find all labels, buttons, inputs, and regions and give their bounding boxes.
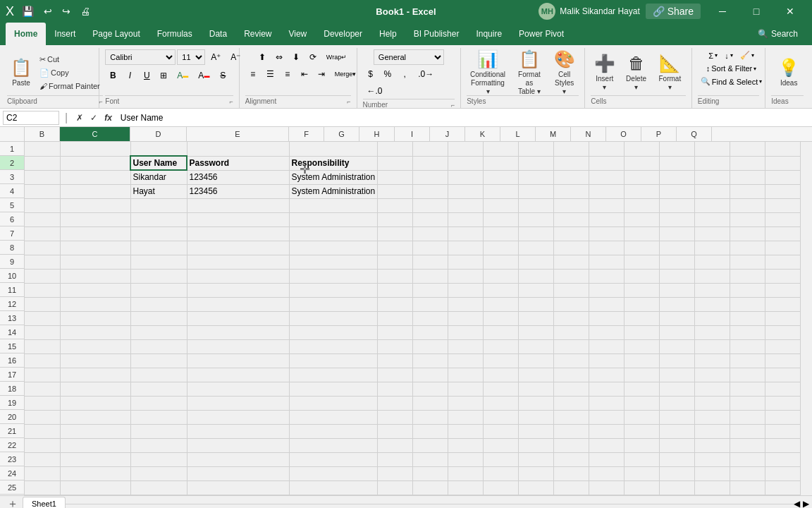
tab-data[interactable]: Data xyxy=(201,23,235,45)
table-row[interactable] xyxy=(765,325,801,339)
table-row[interactable] xyxy=(448,480,484,495)
table-row[interactable] xyxy=(695,212,730,226)
sort-filter-button[interactable]: ↕ Sort & Filter ▾ xyxy=(703,63,760,74)
table-row[interactable] xyxy=(589,382,625,396)
table-row[interactable] xyxy=(589,396,625,410)
table-row[interactable] xyxy=(695,396,730,410)
table-row[interactable] xyxy=(25,241,60,255)
table-row[interactable] xyxy=(765,156,801,170)
table-row[interactable] xyxy=(187,452,289,466)
table-row[interactable] xyxy=(187,142,289,156)
format-painter-button[interactable]: 🖌 Format Painter xyxy=(37,80,103,92)
table-row[interactable] xyxy=(554,438,589,452)
table-row[interactable] xyxy=(484,156,519,170)
table-row[interactable] xyxy=(289,353,378,368)
table-row[interactable] xyxy=(695,452,730,466)
row-num-4[interactable]: 4 xyxy=(0,184,24,198)
row-num-24[interactable]: 24 xyxy=(0,466,24,480)
table-row[interactable] xyxy=(378,368,413,382)
table-row[interactable] xyxy=(765,170,801,184)
table-row[interactable] xyxy=(519,438,554,452)
table-row[interactable] xyxy=(589,311,625,325)
table-row[interactable] xyxy=(25,142,60,156)
table-row[interactable] xyxy=(130,269,187,283)
table-row[interactable] xyxy=(413,255,448,269)
table-row[interactable] xyxy=(589,438,625,452)
table-row[interactable] xyxy=(378,184,413,198)
table-row[interactable] xyxy=(554,410,589,424)
table-row[interactable] xyxy=(289,466,378,480)
table-row[interactable] xyxy=(25,339,60,353)
table-row[interactable] xyxy=(660,226,695,241)
table-row[interactable] xyxy=(589,325,625,339)
table-row[interactable] xyxy=(695,311,730,325)
table-row[interactable] xyxy=(765,184,801,198)
table-row[interactable] xyxy=(660,283,695,297)
table-row[interactable] xyxy=(695,283,730,297)
row-num-22[interactable]: 22 xyxy=(0,438,24,452)
row-num-7[interactable]: 7 xyxy=(0,226,24,241)
table-row[interactable] xyxy=(695,339,730,353)
table-row[interactable] xyxy=(484,226,519,241)
table-row[interactable] xyxy=(730,368,765,382)
table-row[interactable] xyxy=(413,339,448,353)
table-row[interactable] xyxy=(484,198,519,212)
decrease-decimal-button[interactable]: ←.0 xyxy=(363,83,387,99)
table-row[interactable] xyxy=(130,283,187,297)
table-row[interactable] xyxy=(554,466,589,480)
table-row[interactable] xyxy=(60,339,130,353)
table-row[interactable] xyxy=(484,297,519,311)
table-row[interactable] xyxy=(519,170,554,184)
table-row[interactable] xyxy=(413,212,448,226)
confirm-formula-button[interactable]: ✓ xyxy=(87,111,100,124)
format-cells-button[interactable]: 📐 Format ▾ xyxy=(654,52,686,94)
table-row[interactable] xyxy=(484,311,519,325)
table-row[interactable] xyxy=(413,184,448,198)
table-row[interactable] xyxy=(730,311,765,325)
table-row[interactable] xyxy=(25,424,60,438)
fill-color-button[interactable]: A▬ xyxy=(173,68,192,83)
table-row[interactable] xyxy=(130,311,187,325)
table-row[interactable] xyxy=(519,226,554,241)
table-row[interactable] xyxy=(589,212,625,226)
table-row[interactable] xyxy=(60,368,130,382)
col-header-c[interactable]: C xyxy=(60,127,130,141)
align-top-button[interactable]: ⬆ xyxy=(254,49,270,65)
table-row[interactable] xyxy=(589,184,625,198)
table-row[interactable] xyxy=(554,226,589,241)
table-row[interactable] xyxy=(765,368,801,382)
tab-developer[interactable]: Developer xyxy=(315,23,371,45)
table-row[interactable] xyxy=(554,170,589,184)
table-row[interactable] xyxy=(448,396,484,410)
table-row[interactable] xyxy=(25,297,60,311)
tab-power-pivot[interactable]: Power Pivot xyxy=(510,23,572,45)
tab-review[interactable]: Review xyxy=(235,23,280,45)
table-row[interactable] xyxy=(625,466,660,480)
table-row[interactable] xyxy=(519,382,554,396)
col-header-g[interactable]: G xyxy=(324,127,359,141)
table-row[interactable] xyxy=(519,283,554,297)
ideas-button[interactable]: 💡 Ideas xyxy=(771,52,806,94)
table-row[interactable] xyxy=(448,255,484,269)
accounting-button[interactable]: $ xyxy=(363,66,379,82)
orientation-button[interactable]: ⟳ xyxy=(305,49,321,65)
number-format-select[interactable]: General Number Currency Percentage xyxy=(374,49,444,65)
table-row[interactable] xyxy=(448,283,484,297)
table-row[interactable] xyxy=(589,353,625,368)
table-row[interactable]: 123456 xyxy=(187,170,289,184)
cancel-formula-button[interactable]: ✗ xyxy=(73,111,86,124)
table-row[interactable] xyxy=(519,466,554,480)
table-row[interactable] xyxy=(60,325,130,339)
table-row[interactable] xyxy=(60,438,130,452)
autosum-button[interactable]: Σ ▾ xyxy=(706,49,720,61)
table-row[interactable] xyxy=(378,353,413,368)
tab-page-layout[interactable]: Page Layout xyxy=(84,23,148,45)
table-row[interactable] xyxy=(554,142,589,156)
table-row[interactable] xyxy=(130,438,187,452)
tab-inquire[interactable]: Inquire xyxy=(467,23,510,45)
tab-bi-publisher[interactable]: BI Publisher xyxy=(405,23,468,45)
table-row[interactable] xyxy=(519,297,554,311)
table-row[interactable] xyxy=(484,142,519,156)
table-row[interactable] xyxy=(448,142,484,156)
row-num-6[interactable]: 6 xyxy=(0,212,24,226)
